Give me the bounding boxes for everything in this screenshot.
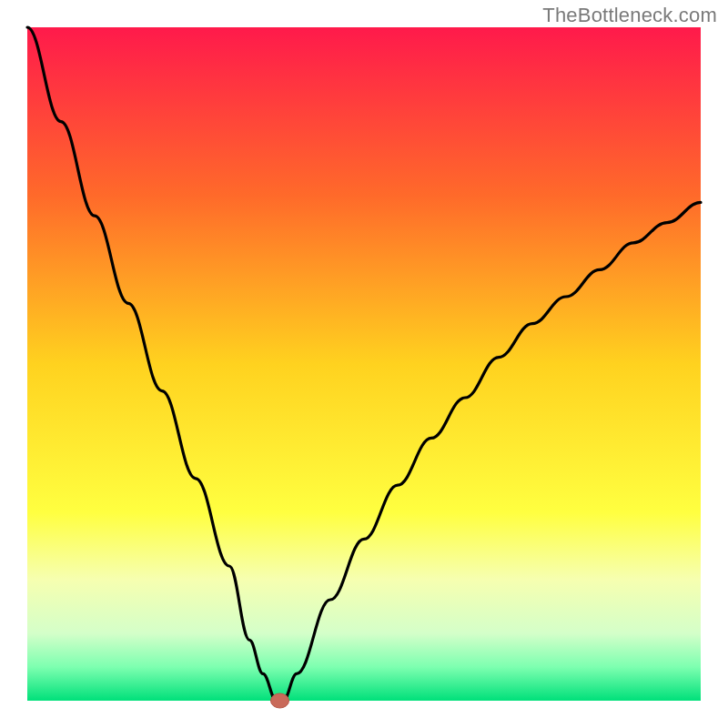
gradient-background — [27, 27, 701, 701]
chart-container: TheBottleneck.com — [0, 0, 728, 728]
optimal-marker — [271, 693, 289, 708]
bottleneck-chart — [0, 0, 728, 728]
watermark-text: TheBottleneck.com — [542, 4, 717, 27]
